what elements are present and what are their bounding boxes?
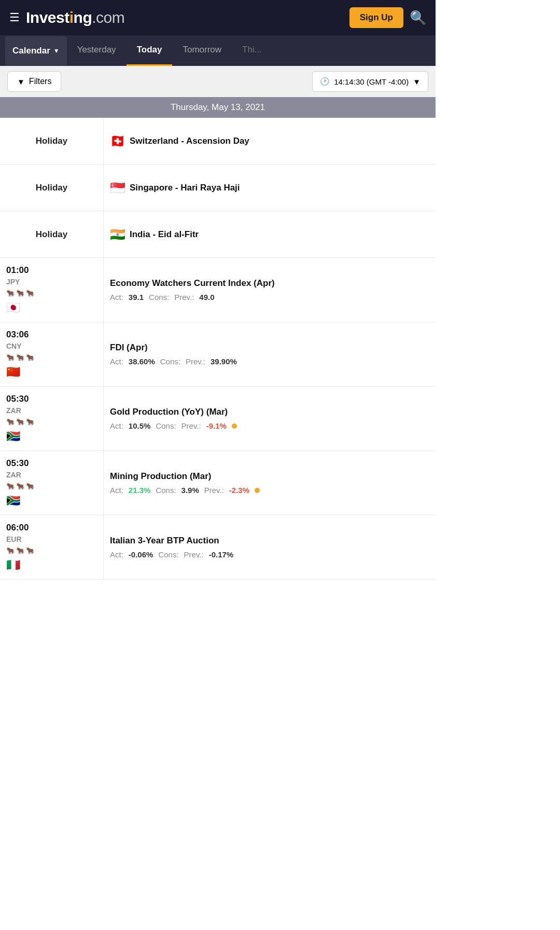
event-col: Mining Production (Mar) Act: 21.3% Cons:… bbox=[104, 451, 436, 515]
holiday-label: Holiday bbox=[36, 136, 67, 146]
event-time: 05:30 bbox=[6, 458, 97, 469]
revised-dot bbox=[232, 423, 237, 429]
tab-today[interactable]: Today bbox=[127, 35, 173, 66]
act-label: Act: bbox=[110, 357, 123, 366]
bull-icon-2: 🐂 bbox=[16, 418, 24, 426]
prev-value: 39.90% bbox=[211, 357, 237, 366]
event-title: Italian 3-Year BTP Auction bbox=[110, 536, 219, 546]
time-chevron-icon: ▼ bbox=[413, 77, 421, 86]
header: ☰ Investing.com Sign Up 🔍 bbox=[0, 0, 436, 35]
time-col: 05:30 ZAR 🐂 🐂 🐂 🇿🇦 bbox=[0, 387, 104, 450]
event-title: Economy Watchers Current Index (Apr) bbox=[110, 278, 275, 289]
event-col: FDI (Apr) Act: 38.60% Cons: Prev.: 39.90… bbox=[104, 322, 436, 386]
prev-label: Prev.: bbox=[204, 486, 224, 495]
act-label: Act: bbox=[110, 550, 123, 559]
event-title: Gold Production (YoY) (Mar) bbox=[110, 407, 228, 417]
date-header: Thursday, May 13, 2021 bbox=[0, 97, 436, 118]
event-name: Italian 3-Year BTP Auction bbox=[110, 536, 429, 546]
bull-icon-2: 🐂 bbox=[16, 289, 24, 297]
list-item: 01:00 JPY 🐂 🐂 🐂 🇯🇵 Economy Watchers Curr… bbox=[0, 258, 436, 322]
act-value: 10.5% bbox=[129, 421, 151, 430]
bull-icon-1: 🐂 bbox=[6, 418, 15, 426]
prev-label: Prev.: bbox=[174, 293, 194, 302]
bull-icon-3: 🐂 bbox=[26, 289, 34, 297]
prev-label: Prev.: bbox=[181, 421, 201, 430]
time-col: 05:30 ZAR 🐂 🐂 🐂 🇿🇦 bbox=[0, 451, 104, 515]
logo-text: Investing.com bbox=[26, 9, 124, 26]
event-stats: Act: 10.5% Cons: Prev.: -9.1% bbox=[110, 421, 429, 430]
cons-label: Cons: bbox=[160, 357, 180, 366]
currency: ZAR bbox=[6, 406, 97, 415]
country-flag: 🇨🇭 bbox=[110, 134, 125, 148]
calendar-label: Calendar bbox=[12, 46, 50, 56]
holiday-label: Holiday bbox=[36, 229, 67, 240]
event-name: 🇮🇳 India - Eid al-Fitr bbox=[110, 227, 429, 242]
clock-icon: 🕐 bbox=[320, 77, 330, 86]
act-label: Act: bbox=[110, 486, 123, 495]
nav-tabs: Calendar ▼ Yesterday Today Tomorrow Thi.… bbox=[0, 35, 436, 66]
event-title: Mining Production (Mar) bbox=[110, 471, 211, 482]
event-title: Switzerland - Ascension Day bbox=[130, 136, 249, 146]
time-label: 14:14:30 (GMT -4:00) bbox=[334, 77, 409, 86]
tab-tomorrow[interactable]: Tomorrow bbox=[172, 35, 232, 66]
act-label: Act: bbox=[110, 421, 123, 430]
bull-icon-1: 🐂 bbox=[6, 289, 15, 297]
holiday-event-col: 🇸🇬 Singapore - Hari Raya Haji bbox=[104, 165, 436, 211]
filter-icon: ▼ bbox=[17, 77, 25, 86]
bull-icon-3: 🐂 bbox=[26, 353, 34, 361]
currency: CNY bbox=[6, 342, 97, 350]
search-icon[interactable]: 🔍 bbox=[410, 10, 426, 26]
currency: EUR bbox=[6, 535, 97, 543]
event-name: 🇸🇬 Singapore - Hari Raya Haji bbox=[110, 181, 429, 195]
event-name: Gold Production (YoY) (Mar) bbox=[110, 407, 429, 417]
list-item: 03:06 CNY 🐂 🐂 🐂 🇨🇳 FDI (Apr) Act: 38.60%… bbox=[0, 322, 436, 387]
calendar-dropdown[interactable]: Calendar ▼ bbox=[5, 36, 67, 65]
currency: JPY bbox=[6, 278, 97, 286]
bull-icon-2: 🐂 bbox=[16, 482, 24, 490]
act-label: Act: bbox=[110, 293, 123, 302]
event-col: Economy Watchers Current Index (Apr) Act… bbox=[104, 258, 436, 322]
bull-icon-1: 🐂 bbox=[6, 482, 15, 490]
holiday-label-col: Holiday bbox=[0, 211, 104, 257]
event-col: Italian 3-Year BTP Auction Act: -0.06% C… bbox=[104, 515, 436, 579]
signup-button[interactable]: Sign Up bbox=[349, 7, 403, 28]
time-col: 01:00 JPY 🐂 🐂 🐂 🇯🇵 bbox=[0, 258, 104, 322]
list-item: Holiday 🇨🇭 Switzerland - Ascension Day bbox=[0, 118, 436, 165]
bull-icon-1: 🐂 bbox=[6, 353, 15, 361]
event-name: 🇨🇭 Switzerland - Ascension Day bbox=[110, 134, 429, 148]
impact-row: 🐂 🐂 🐂 bbox=[6, 482, 97, 490]
prev-label: Prev.: bbox=[184, 550, 204, 559]
event-name: Economy Watchers Current Index (Apr) bbox=[110, 278, 429, 289]
prev-value: -0.17% bbox=[209, 550, 234, 559]
act-value: -0.06% bbox=[129, 550, 153, 559]
tab-thisweek[interactable]: Thi... bbox=[232, 35, 272, 66]
prev-value: -9.1% bbox=[206, 421, 227, 430]
time-selector[interactable]: 🕐 14:14:30 (GMT -4:00) ▼ bbox=[312, 71, 428, 92]
filters-button[interactable]: ▼ Filters bbox=[7, 71, 61, 92]
holiday-event-col: 🇮🇳 India - Eid al-Fitr bbox=[104, 211, 436, 257]
list-item: Holiday 🇮🇳 India - Eid al-Fitr bbox=[0, 211, 436, 258]
impact-row: 🐂 🐂 🐂 bbox=[6, 418, 97, 426]
menu-icon[interactable]: ☰ bbox=[9, 12, 20, 23]
event-time: 05:30 bbox=[6, 394, 97, 404]
act-value: 21.3% bbox=[129, 486, 151, 495]
list-item: 05:30 ZAR 🐂 🐂 🐂 🇿🇦 Gold Production (YoY)… bbox=[0, 387, 436, 451]
country-flag: 🇯🇵 bbox=[6, 301, 97, 314]
prev-value: -2.3% bbox=[229, 486, 249, 495]
impact-row: 🐂 🐂 🐂 bbox=[6, 353, 97, 361]
list-item: 06:00 EUR 🐂 🐂 🐂 🇮🇹 Italian 3-Year BTP Au… bbox=[0, 515, 436, 580]
events-list: Holiday 🇨🇭 Switzerland - Ascension Day H… bbox=[0, 118, 436, 580]
event-time: 06:00 bbox=[6, 523, 97, 533]
time-col: 03:06 CNY 🐂 🐂 🐂 🇨🇳 bbox=[0, 322, 104, 386]
event-stats: Act: 38.60% Cons: Prev.: 39.90% bbox=[110, 357, 429, 366]
cons-label: Cons: bbox=[158, 550, 178, 559]
event-name: FDI (Apr) bbox=[110, 343, 429, 353]
tab-yesterday[interactable]: Yesterday bbox=[67, 35, 127, 66]
cons-label: Cons: bbox=[156, 421, 176, 430]
holiday-label: Holiday bbox=[36, 183, 67, 193]
revised-dot bbox=[255, 488, 260, 493]
event-title: Singapore - Hari Raya Haji bbox=[130, 183, 240, 193]
country-flag: 🇸🇬 bbox=[110, 181, 125, 195]
prev-label: Prev.: bbox=[186, 357, 205, 366]
holiday-label-col: Holiday bbox=[0, 165, 104, 211]
